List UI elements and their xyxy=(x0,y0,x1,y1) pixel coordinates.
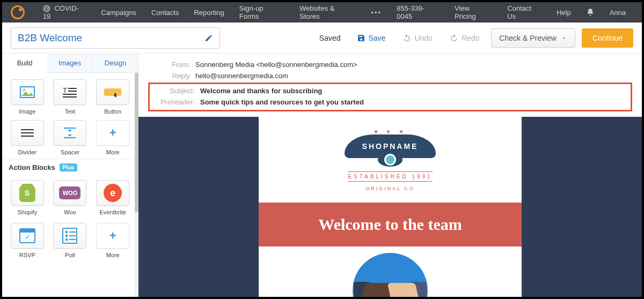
handshake-circle xyxy=(353,253,428,297)
campaign-name-field[interactable]: B2B Welcome xyxy=(11,27,220,49)
nav-reporting[interactable]: Reporting xyxy=(186,9,231,17)
block-button-label: Button xyxy=(104,108,121,115)
ablock-more[interactable]: + More xyxy=(94,223,131,258)
redo-icon xyxy=(450,34,458,42)
svg-rect-7 xyxy=(104,88,121,96)
eye-icon xyxy=(378,153,402,167)
block-spacer[interactable]: Spacer xyxy=(52,120,89,155)
campaign-title: B2B Welcome xyxy=(18,32,82,44)
block-more-label: More xyxy=(106,149,120,155)
subject-preheader-highlight: Subject: Welcome and thanks for subscrib… xyxy=(148,83,632,111)
sidebar-scrollbar[interactable] xyxy=(135,73,138,297)
nav-signup-forms[interactable]: Sign-up Forms xyxy=(232,4,292,20)
brand-logo[interactable] xyxy=(11,5,25,19)
meta-preheader-value: Some quick tips and resources to get you… xyxy=(200,98,364,106)
meta-reply-label: Reply xyxy=(148,72,195,80)
shop-logo: ★ ★ ★ SHOPNAME xyxy=(345,129,436,166)
meta-from-label: From: xyxy=(148,61,195,69)
email-body[interactable]: ★ ★ ★ SHOPNAME ESTABLISHED 1991 ORIGINAL… xyxy=(259,117,522,297)
block-more[interactable]: + More xyxy=(94,120,131,155)
rsvp-icon xyxy=(19,228,35,243)
nav-user[interactable]: Anna xyxy=(602,9,633,17)
redo-button[interactable]: Redo xyxy=(444,29,485,47)
chevron-down-icon xyxy=(561,35,567,41)
redo-label: Redo xyxy=(462,34,479,42)
scrollbar-thumb[interactable] xyxy=(135,73,138,212)
meta-reply-value: hello@sonnenbergmedia.com xyxy=(195,72,288,80)
meta-subject[interactable]: Subject: Welcome and thanks for subscrib… xyxy=(153,85,627,96)
ablock-rsvp[interactable]: RSVP xyxy=(9,223,46,258)
image-icon xyxy=(20,86,35,98)
meta-from[interactable]: From: Sonnenberg Media <hello@sonnenberg… xyxy=(148,59,632,70)
ablock-woo[interactable]: WOO Woo xyxy=(52,180,89,215)
nav-contacts[interactable]: Contacts xyxy=(144,9,186,17)
eventbrite-icon: e xyxy=(104,184,122,202)
tab-build[interactable]: Build xyxy=(2,54,47,73)
text-icon: T xyxy=(62,86,78,98)
divider-icon xyxy=(19,127,35,139)
handshake-icon xyxy=(363,274,417,297)
action-blocks-header: Action Blocks Plus xyxy=(2,159,138,176)
plus-icon: + xyxy=(109,126,116,140)
block-button[interactable]: Button xyxy=(94,79,131,115)
block-spacer-label: Spacer xyxy=(61,149,79,155)
save-label: Save xyxy=(369,34,386,42)
meta-from-value: Sonnenberg Media <hello@sonnenbergmedia.… xyxy=(195,61,357,69)
nav-view-pricing[interactable]: View Pricing xyxy=(447,4,500,20)
ablock-eventbrite-label: Eventbrite xyxy=(99,209,126,215)
ablock-poll-label: Poll xyxy=(65,252,75,258)
email-preview-stage[interactable]: ★ ★ ★ SHOPNAME ESTABLISHED 1991 ORIGINAL… xyxy=(138,117,642,297)
check-preview-button[interactable]: Check & Preview xyxy=(491,28,575,48)
email-logo-block[interactable]: ★ ★ ★ SHOPNAME ESTABLISHED 1991 ORIGINAL… xyxy=(259,117,522,203)
undo-label: Undo xyxy=(414,34,432,42)
meta-preheader-label: Preheader: xyxy=(153,98,200,106)
notifications-icon[interactable] xyxy=(579,8,602,17)
sidebar-tabs: Build Images Design xyxy=(2,54,138,73)
block-text[interactable]: T Text xyxy=(52,79,89,115)
plus-badge: Plus xyxy=(60,163,77,171)
top-navigation: i COVID-19 Campaigns Contacts Reporting … xyxy=(2,2,642,23)
editor-toolbar: B2B Welcome Saved Save Undo Redo Check &… xyxy=(2,23,642,54)
ablock-rsvp-label: RSVP xyxy=(19,252,35,258)
tab-design[interactable]: Design xyxy=(92,54,138,73)
block-divider-label: Divider xyxy=(18,149,36,155)
welcome-heading[interactable]: Welcome to the team xyxy=(259,203,522,246)
handshake-block[interactable] xyxy=(259,246,522,297)
ablock-poll[interactable]: Poll xyxy=(52,223,89,258)
block-image[interactable]: Image xyxy=(9,79,46,115)
ablock-eventbrite[interactable]: e Eventbrite xyxy=(94,180,131,215)
block-divider[interactable]: Divider xyxy=(9,120,46,155)
ablock-shopify-label: Shopify xyxy=(17,209,37,215)
spacer-icon xyxy=(62,126,78,139)
action-blocks-label: Action Blocks xyxy=(9,163,55,171)
nav-websites-stores[interactable]: Websites & Stores xyxy=(292,4,363,20)
nav-more-icon[interactable]: ••• xyxy=(363,9,389,17)
poll-icon xyxy=(62,228,77,244)
ablock-more-label: More xyxy=(106,252,120,258)
meta-preheader[interactable]: Preheader: Some quick tips and resources… xyxy=(153,96,627,108)
nav-covid[interactable]: i COVID-19 xyxy=(35,4,94,21)
save-button[interactable]: Save xyxy=(352,29,391,47)
edit-name-icon[interactable] xyxy=(204,34,213,42)
undo-button[interactable]: Undo xyxy=(397,29,437,47)
svg-text:T: T xyxy=(63,86,67,94)
main-area: Build Images Design Image T Text Button … xyxy=(2,54,642,297)
original-text: ORIGINAL CO xyxy=(365,186,415,191)
established-text: ESTABLISHED 1991 xyxy=(348,171,432,182)
meta-subject-label: Subject: xyxy=(153,87,200,95)
meta-subject-value: Welcome and thanks for subscribing xyxy=(200,87,322,95)
stars-icon: ★ ★ ★ xyxy=(345,129,436,134)
action-blocks: Shopify WOO Woo e Eventbrite RSVP Poll +… xyxy=(2,176,138,263)
meta-reply[interactable]: Reply hello@sonnenbergmedia.com xyxy=(148,70,632,81)
nav-help[interactable]: Help xyxy=(549,9,579,17)
undo-icon xyxy=(402,34,411,42)
save-icon xyxy=(357,34,365,42)
button-icon xyxy=(103,86,122,98)
ablock-shopify[interactable]: Shopify xyxy=(9,180,46,215)
nav-campaigns[interactable]: Campaigns xyxy=(93,9,144,17)
nav-contact-us[interactable]: Contact Us xyxy=(500,4,549,20)
build-blocks: Image T Text Button Divider Spacer + Mor… xyxy=(2,73,138,159)
continue-button[interactable]: Continue xyxy=(582,28,633,48)
ablock-woo-label: Woo xyxy=(64,209,76,215)
tab-images[interactable]: Images xyxy=(47,54,92,73)
